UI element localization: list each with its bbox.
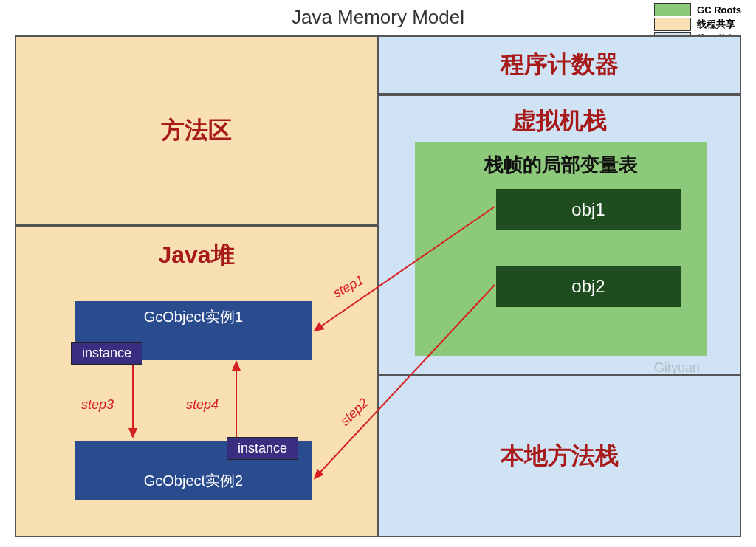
legend-label: 线程共享 [697, 18, 735, 31]
gcobject-2-box: instance GcObject实例2 [75, 441, 312, 500]
method-area-title: 方法区 [161, 114, 232, 147]
program-counter-title: 程序计数器 [501, 49, 619, 81]
vm-stack-title: 虚拟机栈 [379, 105, 740, 137]
gcobject-1-instance-field: instance [71, 342, 142, 365]
gc-root-title: 栈帧的局部变量表 [415, 152, 707, 178]
obj1-box: obj1 [496, 189, 681, 230]
vm-stack-box: 虚拟机栈 栈帧的局部变量表 obj1 obj2 Gityuan [378, 94, 741, 375]
legend-swatch [654, 3, 691, 16]
legend-swatch [654, 18, 691, 31]
gc-root-box: 栈帧的局部变量表 obj1 obj2 [415, 142, 707, 356]
gcobject-1-box: GcObject实例1 instance [75, 301, 312, 360]
java-heap-box: Java堆 GcObject实例1 instance instance GcOb… [15, 226, 378, 537]
native-stack-box: 本地方法栈 [378, 375, 741, 537]
legend-item-gcroots: GC Roots [654, 3, 741, 16]
gcobject-2-instance-field: instance [227, 437, 298, 460]
java-heap-title: Java堆 [16, 239, 377, 272]
program-counter-box: 程序计数器 [378, 35, 741, 94]
diagram-title: Java Memory Model [0, 6, 756, 29]
step3-label: step3 [81, 397, 114, 413]
gcobject-1-label: GcObject实例1 [75, 307, 312, 327]
watermark-text: Gityuan [654, 360, 700, 376]
gcobject-2-label: GcObject实例2 [75, 471, 312, 491]
method-area-box: 方法区 [15, 35, 378, 226]
step4-label: step4 [186, 397, 219, 413]
legend-label: GC Roots [697, 4, 741, 16]
obj2-box: obj2 [496, 266, 681, 307]
legend-item-shared: 线程共享 [654, 18, 741, 31]
diagram-canvas: 方法区 Java堆 GcObject实例1 instance instance … [15, 35, 741, 537]
native-stack-title: 本地方法栈 [501, 440, 619, 472]
